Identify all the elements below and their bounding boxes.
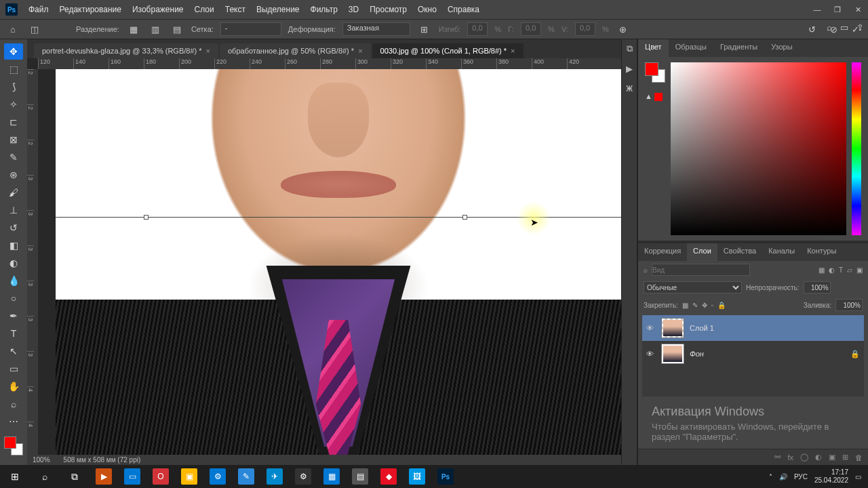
close-icon[interactable]: × [358, 47, 362, 55]
tab-1[interactable]: обработанное.jpg @ 50% (RGB/8#) *× [220, 43, 371, 58]
layer-thumbnail[interactable] [661, 318, 684, 338]
tab-layers[interactable]: Слои [687, 243, 717, 261]
anchor-icon[interactable]: ⊕ [616, 22, 631, 37]
history-brush-tool[interactable]: ↺ [4, 220, 23, 236]
taskbar-app[interactable]: O [146, 465, 175, 488]
blur-tool[interactable]: 💧 [4, 272, 23, 289]
canvas[interactable]: ➤ [56, 69, 621, 455]
more-tools[interactable]: ⋯ [4, 413, 23, 430]
tab-2[interactable]: 0030.jpg @ 100% (Слой 1, RGB/8#) *× [372, 43, 524, 58]
eyedropper-tool[interactable]: ✎ [4, 149, 23, 165]
menu-layers[interactable]: Слои [195, 5, 214, 14]
link-layers-icon[interactable]: ⚯ [774, 453, 781, 462]
taskbar-photoshop[interactable]: Ps [431, 465, 460, 488]
start-button[interactable]: ⊞ [0, 465, 30, 488]
delete-layer-icon[interactable]: 🗑 [855, 453, 863, 462]
lock-icon[interactable]: 🔒 [850, 350, 860, 359]
share-icon[interactable]: ⇪ [856, 22, 864, 33]
path-tool[interactable]: ↖ [4, 343, 23, 359]
move-tool[interactable]: ✥ [4, 43, 23, 60]
arrange-icon[interactable]: ▭ [840, 22, 848, 33]
gradient-tool[interactable]: ◐ [4, 255, 23, 271]
taskbar-search[interactable]: ⌕ [30, 465, 60, 488]
warp-handle[interactable] [462, 215, 467, 220]
layer-filter-input[interactable] [652, 264, 750, 276]
taskbar-app[interactable]: ✎ [232, 465, 260, 488]
tab-color[interactable]: Цвет [638, 39, 669, 57]
tab-corrections[interactable]: Коррекция [638, 243, 687, 261]
eraser-tool[interactable]: ◧ [4, 237, 23, 253]
taskbar-app[interactable]: ✈ [260, 465, 289, 488]
tab-gradients[interactable]: Градиенты [713, 39, 764, 57]
menu-filter[interactable]: Фильтр [311, 5, 338, 14]
tab-swatches[interactable]: Образцы [669, 39, 713, 57]
taskbar-app[interactable]: ▭ [118, 465, 146, 488]
close-button[interactable]: ✕ [848, 0, 868, 19]
fill-input[interactable] [835, 299, 863, 311]
filter-adjust-icon[interactable]: ◐ [829, 266, 835, 274]
menu-type[interactable]: Текст [225, 5, 245, 14]
ruler-horizontal[interactable]: 1201401601802002202402602803003203403603… [38, 58, 621, 69]
tray-volume-icon[interactable]: 🔊 [779, 473, 787, 481]
visibility-icon[interactable]: 👁 [646, 324, 656, 332]
taskbar-app[interactable]: ▤ [346, 465, 374, 488]
grid-select[interactable]: - [220, 22, 281, 36]
heal-tool[interactable]: ⊛ [4, 167, 23, 183]
layer-name[interactable]: Фон [690, 350, 704, 358]
new-layer-icon[interactable]: ⊞ [842, 453, 848, 462]
split-grid-1[interactable]: ▦ [126, 22, 141, 37]
taskbar-app[interactable]: ⚙ [289, 465, 317, 488]
tray-notifications-icon[interactable]: ▭ [855, 473, 861, 481]
group-icon[interactable]: ▣ [829, 453, 835, 462]
minimize-button[interactable]: — [807, 0, 827, 19]
lock-position-icon[interactable]: ✥ [702, 302, 707, 309]
taskbar-app[interactable]: ▦ [317, 465, 346, 488]
frame-tool[interactable]: ⊠ [4, 131, 23, 148]
taskbar-app[interactable]: 🖼 [403, 465, 431, 488]
tab-channels[interactable]: Каналы [762, 243, 801, 261]
crop-tool[interactable]: ⊏ [4, 114, 23, 130]
menu-3d[interactable]: 3D [349, 5, 359, 14]
zoom-tool[interactable]: ⌕ [4, 396, 23, 412]
tab-0[interactable]: portret-devushka-glaza.jpg @ 33,3% (RGB/… [34, 43, 218, 58]
split-grid-3[interactable]: ▤ [170, 22, 184, 37]
task-view[interactable]: ⧉ [60, 465, 90, 488]
gamut-warning-icon[interactable]: ▲ [645, 92, 652, 100]
close-icon[interactable]: × [511, 47, 515, 55]
brush-tool[interactable]: 🖌 [4, 184, 23, 201]
visibility-icon[interactable]: 👁 [646, 350, 656, 358]
tab-patterns[interactable]: Узоры [764, 39, 799, 57]
split-grid-2[interactable]: ▥ [148, 22, 163, 37]
brush-panel-icon[interactable]: ⵥ [626, 83, 633, 94]
layer-row[interactable]: 👁 Слой 1 [642, 315, 864, 341]
stamp-tool[interactable]: ⊥ [4, 202, 23, 218]
orientation-icon[interactable]: ⊞ [417, 22, 432, 37]
actions-panel-icon[interactable]: ▶ [626, 64, 633, 74]
filter-type-icon[interactable]: T [839, 266, 843, 274]
ruler-vertical[interactable]: 22233333344 [27, 69, 38, 465]
reset-icon[interactable]: ↺ [804, 22, 819, 37]
lock-image-icon[interactable]: ✎ [692, 302, 698, 309]
layer-name[interactable]: Слой 1 [690, 324, 714, 332]
tray-clock[interactable]: 17:1725.04.2022 [814, 468, 848, 485]
layer-row[interactable]: 👁 Фон 🔒 [642, 341, 864, 367]
menu-edit[interactable]: Редактирование [60, 5, 121, 14]
layer-style-icon[interactable]: fx [787, 453, 793, 462]
filter-pixel-icon[interactable]: ▦ [818, 266, 825, 274]
zoom-value[interactable]: 100% [33, 456, 50, 464]
tab-paths[interactable]: Контуры [801, 243, 842, 261]
filter-smart-icon[interactable]: ▣ [856, 266, 863, 274]
search-icon[interactable]: ⌕ [827, 22, 832, 33]
warp-select[interactable]: Заказная [342, 22, 410, 36]
tray-chevron-icon[interactable]: ˄ [769, 473, 772, 481]
hue-slider[interactable] [852, 62, 861, 235]
taskbar-app[interactable]: ▶ [90, 465, 118, 488]
color-swatches[interactable] [645, 62, 665, 83]
lock-transparency-icon[interactable]: ▦ [682, 302, 688, 309]
taskbar-app[interactable]: ⚙ [203, 465, 232, 488]
tray-lang[interactable]: РУС [794, 473, 808, 481]
lock-all-icon[interactable]: 🔒 [717, 302, 726, 309]
color-picker[interactable] [671, 62, 846, 235]
opacity-input[interactable] [804, 281, 831, 293]
layer-mask-icon[interactable]: ◯ [800, 453, 808, 462]
